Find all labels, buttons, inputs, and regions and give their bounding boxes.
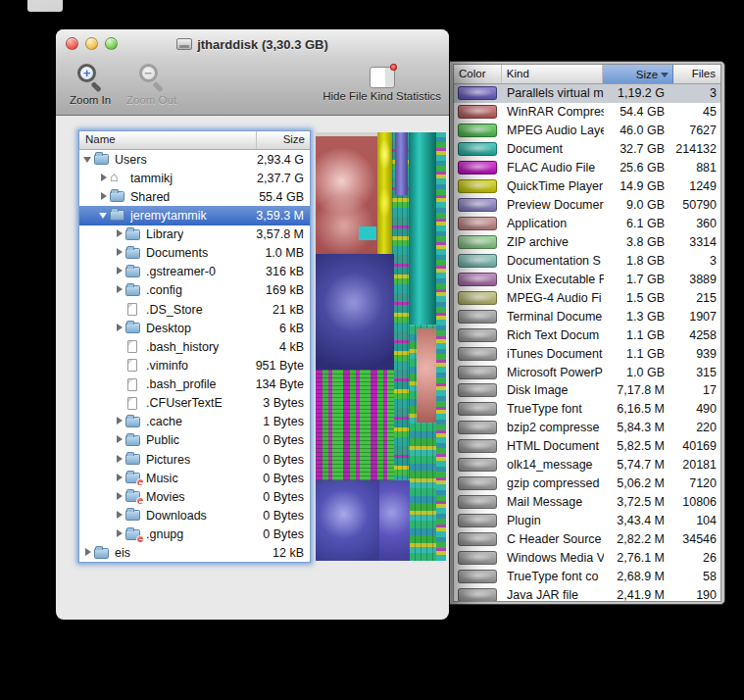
disclosure-collapsed-icon[interactable] bbox=[115, 511, 125, 521]
kind-row[interactable]: Application6.1 GB360 bbox=[454, 215, 720, 233]
kind-row[interactable]: FLAC Audio File25.6 GB881 bbox=[454, 159, 720, 177]
kind-row[interactable]: TrueType font6,16.5 M490 bbox=[454, 400, 720, 419]
zoom-window-button[interactable] bbox=[105, 37, 118, 50]
treemap-block[interactable] bbox=[395, 132, 408, 195]
disclosure-collapsed-icon[interactable] bbox=[115, 529, 125, 539]
treemap[interactable] bbox=[316, 132, 446, 561]
kind-row[interactable]: HTML Document5,82.5 M40169 bbox=[454, 437, 720, 456]
kind-row[interactable]: Documentation S1.8 GB3 bbox=[454, 251, 720, 270]
tree-row[interactable]: Music0 Bytes bbox=[79, 469, 310, 487]
kind-row[interactable]: Windows Media V2,76.1 M26 bbox=[454, 548, 720, 567]
disclosure-collapsed-icon[interactable] bbox=[115, 285, 125, 295]
disclosure-collapsed-icon[interactable] bbox=[83, 548, 94, 558]
kind-row[interactable]: iTunes Document1.1 GB939 bbox=[454, 344, 720, 363]
hide-file-kind-statistics-button[interactable]: Hide File Kind Statistics bbox=[322, 63, 441, 102]
tree-column-size[interactable]: Size bbox=[257, 131, 310, 149]
tree-row[interactable]: Desktop6 kB bbox=[79, 319, 310, 337]
minimize-button[interactable] bbox=[85, 37, 98, 50]
tree-item-name: Public bbox=[146, 433, 179, 447]
kind-row[interactable]: Preview Documer9.0 GB50790 bbox=[454, 196, 720, 215]
kind-row[interactable]: Microsoft PowerP1.0 GB315 bbox=[454, 363, 720, 381]
kind-row[interactable]: olk14_message5,74.7 M20181 bbox=[454, 456, 720, 475]
kind-row[interactable]: Disk Image7,17.8 M17 bbox=[454, 381, 720, 400]
treemap-block[interactable] bbox=[377, 132, 392, 254]
tree-row[interactable]: Documents1.0 MB bbox=[79, 244, 310, 263]
tree-row[interactable]: Library3,57.8 M bbox=[79, 225, 310, 244]
kind-row[interactable]: Mail Message3,72.5 M10806 bbox=[454, 493, 720, 512]
kind-row[interactable]: bzip2 compresse5,84.3 M220 bbox=[454, 419, 720, 437]
tree-item-name: Pictures bbox=[146, 453, 190, 467]
treemap-block[interactable] bbox=[379, 480, 410, 561]
kind-row[interactable]: ZIP archive3.8 GB3314 bbox=[454, 233, 720, 252]
disclosure-collapsed-icon[interactable] bbox=[115, 324, 125, 333]
column-header-kind[interactable]: Kind bbox=[502, 65, 604, 83]
kind-file-count: 3 bbox=[674, 254, 720, 268]
close-button[interactable] bbox=[66, 37, 78, 50]
disclosure-collapsed-icon[interactable] bbox=[115, 435, 125, 445]
tree-row[interactable]: .DS_Store21 kB bbox=[79, 300, 310, 319]
tree-row[interactable]: Users2,93.4 G bbox=[79, 150, 310, 169]
tree-column-name[interactable]: Name bbox=[79, 131, 257, 149]
kind-row[interactable]: gzip compressed5,06.2 M7120 bbox=[454, 475, 720, 493]
tree-row[interactable]: .gnupg0 Bytes bbox=[79, 525, 310, 544]
kind-row[interactable]: Parallels virtual m1,19.2 G3 bbox=[454, 84, 720, 103]
treemap-block[interactable] bbox=[417, 328, 436, 423]
disclosure-collapsed-icon[interactable] bbox=[99, 192, 110, 202]
tree-row[interactable]: Pictures0 Bytes bbox=[79, 450, 310, 469]
tree-row[interactable]: .config169 kB bbox=[79, 281, 310, 300]
kind-row[interactable]: WinRAR Compres54.4 GB45 bbox=[454, 103, 720, 122]
tree-row[interactable]: Movies0 Bytes bbox=[79, 487, 310, 506]
disclosure-expanded-icon[interactable] bbox=[99, 211, 110, 221]
column-header-color[interactable]: Color bbox=[454, 65, 502, 83]
tree-row[interactable]: .CFUserTextE3 Bytes bbox=[79, 394, 310, 413]
kind-color-cell bbox=[454, 495, 502, 509]
zoom-in-button[interactable]: + Zoom In bbox=[70, 63, 111, 106]
kind-row[interactable]: Terminal Docume1.3 GB1907 bbox=[454, 307, 720, 325]
tree-row[interactable]: Public0 Bytes bbox=[79, 431, 310, 450]
disclosure-expanded-icon[interactable] bbox=[83, 155, 94, 165]
column-header-size[interactable]: Size bbox=[603, 65, 673, 83]
kind-row[interactable]: C Header Source2,82.2 M34546 bbox=[454, 530, 720, 549]
kind-color-cell bbox=[454, 105, 502, 119]
disclosure-collapsed-icon[interactable] bbox=[115, 474, 125, 483]
disclosure-collapsed-icon[interactable] bbox=[115, 492, 125, 502]
kind-color-cell bbox=[454, 217, 502, 230]
tree-row[interactable]: .bash_history4 kB bbox=[79, 337, 310, 356]
disclosure-collapsed-icon[interactable] bbox=[115, 417, 125, 426]
treemap-block[interactable] bbox=[316, 254, 394, 370]
zoom-out-button[interactable]: − Zoom Out bbox=[126, 63, 176, 106]
disclosure-collapsed-icon[interactable] bbox=[115, 455, 125, 465]
tree-item-size: 0 Bytes bbox=[263, 490, 310, 504]
kind-row[interactable]: TrueType font co2,68.9 M58 bbox=[454, 567, 720, 585]
disclosure-collapsed-icon[interactable] bbox=[99, 174, 110, 183]
tree-row[interactable]: .viminfo951 Byte bbox=[79, 356, 310, 375]
column-header-files[interactable]: Files bbox=[673, 65, 720, 83]
disclosure-collapsed-icon[interactable] bbox=[115, 267, 125, 276]
tree-row[interactable]: .cache1 Bytes bbox=[79, 413, 310, 431]
treemap-block[interactable] bbox=[316, 480, 379, 561]
folder-icon bbox=[125, 453, 142, 466]
kind-row[interactable]: Rich Text Docum1.1 GB4258 bbox=[454, 325, 720, 344]
kind-row[interactable]: MPEG Audio Laye46.0 GB7627 bbox=[454, 122, 720, 140]
tree-row[interactable]: .gstreamer-0316 kB bbox=[79, 263, 310, 281]
kind-row[interactable]: Java JAR file2,41.9 M190 bbox=[454, 585, 720, 601]
tree-row[interactable]: ⌂tammikj2,37.7 G bbox=[79, 169, 310, 187]
kind-size: 1,19.2 G bbox=[604, 86, 674, 100]
treemap-block[interactable] bbox=[316, 370, 394, 480]
kind-row[interactable]: MPEG-4 Audio Fi1.5 GB215 bbox=[454, 288, 720, 307]
treemap-block[interactable] bbox=[359, 226, 376, 240]
treemap-block[interactable] bbox=[436, 132, 446, 561]
tree-row[interactable]: Downloads0 Bytes bbox=[79, 506, 310, 525]
tree-row[interactable]: .bash_profile134 Byte bbox=[79, 375, 310, 394]
disclosure-collapsed-icon[interactable] bbox=[115, 248, 125, 258]
title-bar[interactable]: jtharddisk (3,30.3 GB) bbox=[56, 29, 449, 59]
kind-row[interactable]: Document32.7 GB214132 bbox=[454, 140, 720, 159]
tree-row[interactable]: jeremytammik3,59.3 M bbox=[79, 206, 310, 225]
tree-row[interactable]: Shared55.4 GB bbox=[79, 187, 310, 206]
kind-row[interactable]: Plugin3,43.4 M104 bbox=[454, 512, 720, 530]
tree-row[interactable]: eis12 kB bbox=[79, 544, 310, 562]
kind-row[interactable]: QuickTime Player14.9 GB1249 bbox=[454, 177, 720, 196]
treemap-block[interactable] bbox=[409, 132, 436, 325]
kind-row[interactable]: Unix Executable F1.7 GB3889 bbox=[454, 270, 720, 288]
disclosure-collapsed-icon[interactable] bbox=[115, 229, 125, 239]
